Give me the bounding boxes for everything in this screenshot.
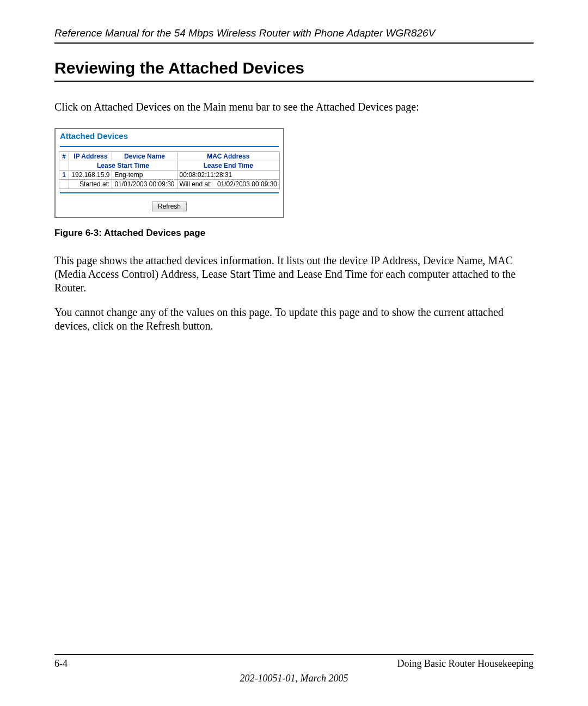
- cell-end: Will end at: 01/02/2003 00:09:30: [177, 180, 279, 189]
- col-ip: IP Address: [69, 152, 112, 161]
- cell-index: 1: [59, 171, 69, 180]
- cell-start-val: 01/01/2003 00:09:30: [112, 180, 177, 189]
- cell-end-val: 01/02/2003 00:09:30: [217, 180, 277, 188]
- table-row: 1 192.168.15.9 Eng-temp 00:08:02:11:28:3…: [59, 171, 280, 180]
- intro-paragraph: Click on Attached Devices on the Main me…: [54, 100, 534, 114]
- page-footer: 6-4 Doing Basic Router Housekeeping 202-…: [54, 654, 534, 684]
- col-device-name: Device Name: [112, 152, 177, 161]
- col-lease-start: Lease Start Time: [69, 161, 177, 171]
- table-subheader-row: Lease Start Time Lease End Time: [59, 161, 280, 171]
- footer-doc-id: 202-10051-01, March 2005: [54, 673, 534, 684]
- col-lease-end: Lease End Time: [177, 161, 279, 171]
- section-title: Reviewing the Attached Devices: [54, 59, 534, 77]
- col-index: #: [59, 152, 69, 161]
- cell-blank: [59, 180, 69, 189]
- document-page: Reference Manual for the 54 Mbps Wireles…: [0, 0, 588, 706]
- cell-ip: 192.168.15.9: [69, 171, 112, 180]
- refresh-button[interactable]: Refresh: [152, 202, 187, 211]
- col-blank: [59, 161, 69, 171]
- body-paragraph-1: This page shows the attached devices inf…: [54, 254, 534, 295]
- footer-chapter: Doing Basic Router Housekeeping: [397, 658, 534, 670]
- col-mac: MAC Address: [177, 152, 279, 161]
- table-header-row: # IP Address Device Name MAC Address: [59, 152, 280, 161]
- footer-rule: [54, 654, 534, 655]
- footer-page-number: 6-4: [54, 658, 68, 670]
- devices-table: # IP Address Device Name MAC Address Lea…: [59, 151, 280, 189]
- table-row-lease: Started at: 01/01/2003 00:09:30 Will end…: [59, 180, 280, 189]
- attached-devices-panel: Attached Devices # IP Address Device Nam…: [54, 128, 284, 218]
- panel-rule-bottom: [60, 192, 279, 193]
- figure-caption: Figure 6-3: Attached Devices page: [54, 228, 534, 239]
- cell-end-label: Will end at:: [180, 180, 212, 188]
- panel-title: Attached Devices: [60, 131, 280, 141]
- title-rule: [54, 81, 534, 82]
- cell-device-name: Eng-temp: [112, 171, 177, 180]
- panel-rule-top: [60, 146, 279, 147]
- header-rule: [54, 42, 534, 44]
- cell-start-label: Started at:: [69, 180, 112, 189]
- body-paragraph-2: You cannot change any of the values on t…: [54, 306, 534, 333]
- cell-mac: 00:08:02:11:28:31: [177, 171, 279, 180]
- running-header: Reference Manual for the 54 Mbps Wireles…: [54, 27, 534, 39]
